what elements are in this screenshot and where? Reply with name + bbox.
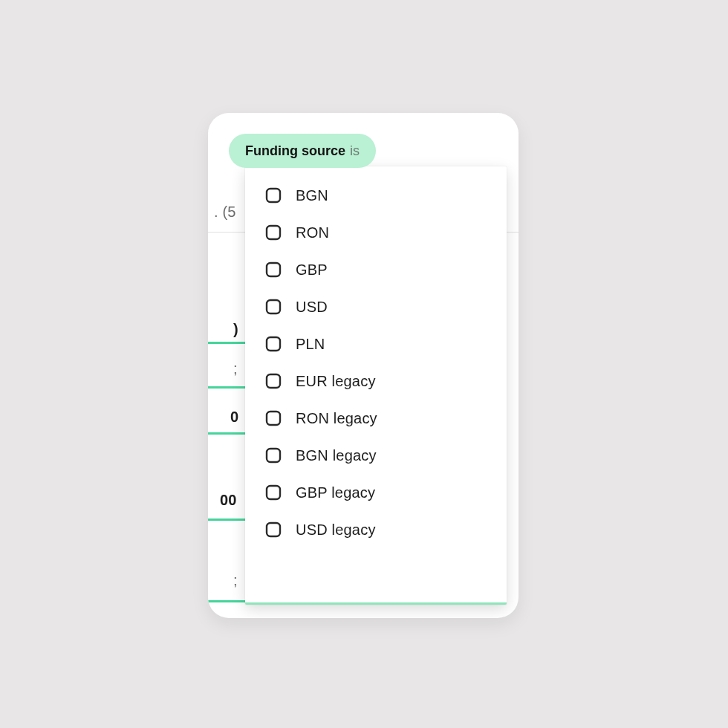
option-label: BGN legacy <box>296 447 377 464</box>
bg-fragment-row: ; <box>233 572 238 589</box>
option-label: RON <box>296 224 329 241</box>
svg-rect-2 <box>267 263 280 276</box>
filter-pill-label: Funding source <box>245 143 345 159</box>
checkbox-unchecked-icon <box>264 261 282 279</box>
option-row[interactable]: USD legacy <box>245 511 507 548</box>
checkbox-unchecked-icon <box>264 409 282 427</box>
bg-fragment-row: 0 <box>230 409 238 426</box>
svg-rect-3 <box>267 300 280 313</box>
funding-source-dropdown[interactable]: BGNRONGBPUSDPLNEUR legacyRON legacyBGN l… <box>245 166 507 605</box>
bg-fragment-row: ) <box>233 321 238 338</box>
option-label: RON legacy <box>296 410 377 427</box>
svg-rect-0 <box>267 189 280 202</box>
checkbox-unchecked-icon <box>264 372 282 390</box>
filter-card: . (5 ) ; 0 00 ; Funding source is BGNRON… <box>208 113 519 618</box>
checkbox-unchecked-icon <box>264 335 282 353</box>
svg-rect-8 <box>267 486 280 499</box>
filter-pill-funding-source[interactable]: Funding source is <box>229 134 376 168</box>
svg-rect-5 <box>267 374 280 388</box>
svg-rect-7 <box>267 449 280 462</box>
option-row[interactable]: BGN legacy <box>245 437 507 474</box>
svg-rect-6 <box>267 412 280 425</box>
option-label: EUR legacy <box>296 373 376 390</box>
bg-fragment-row: ; <box>233 360 238 377</box>
bg-fragment-count: . (5 <box>214 204 236 221</box>
option-label: GBP legacy <box>296 484 375 501</box>
filter-pill-operator: is <box>350 143 360 159</box>
option-label: USD legacy <box>296 521 376 539</box>
option-label: BGN <box>296 187 328 204</box>
checkbox-unchecked-icon <box>264 186 282 204</box>
option-label: GBP <box>296 261 328 279</box>
checkbox-unchecked-icon <box>264 521 282 539</box>
checkbox-unchecked-icon <box>264 224 282 241</box>
option-row[interactable]: RON legacy <box>245 400 507 437</box>
option-row[interactable]: RON <box>245 214 507 251</box>
option-row[interactable]: GBP <box>245 251 507 288</box>
checkbox-unchecked-icon <box>264 298 282 316</box>
svg-rect-4 <box>267 337 280 351</box>
svg-rect-1 <box>267 226 280 239</box>
bg-fragment-row: 00 <box>220 492 237 509</box>
checkbox-unchecked-icon <box>264 446 282 464</box>
option-label: PLN <box>296 336 325 353</box>
option-row[interactable]: PLN <box>245 325 507 363</box>
svg-rect-9 <box>267 523 280 536</box>
option-row[interactable]: GBP legacy <box>245 474 507 511</box>
option-label: USD <box>296 299 328 316</box>
option-row[interactable]: EUR legacy <box>245 363 507 400</box>
checkbox-unchecked-icon <box>264 484 282 501</box>
option-row[interactable]: BGN <box>245 177 507 214</box>
option-row[interactable]: USD <box>245 288 507 325</box>
